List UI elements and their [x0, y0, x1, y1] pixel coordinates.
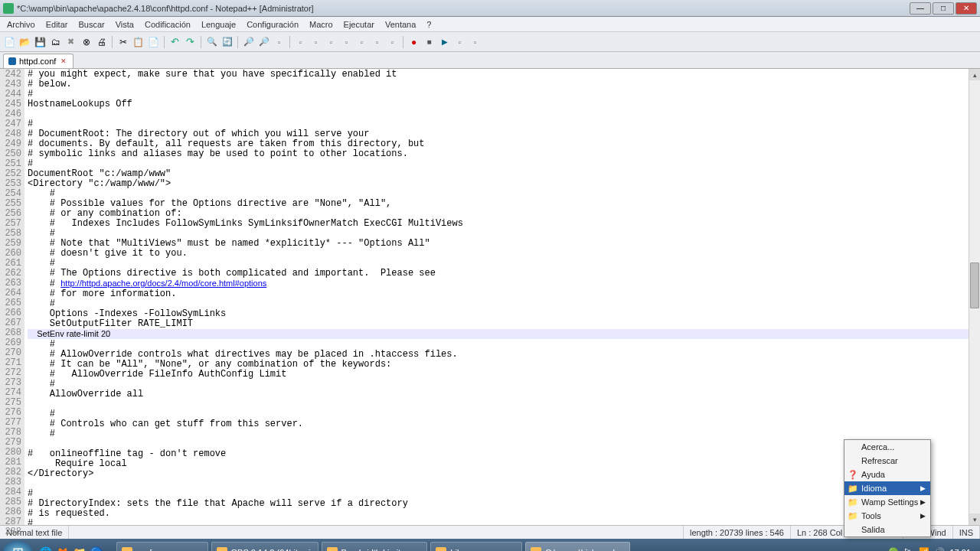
macro-save-button[interactable]	[469, 35, 482, 48]
app-icon	[3, 3, 14, 14]
new-file-button[interactable]	[3, 35, 16, 48]
menu-macro[interactable]: Macro	[304, 18, 338, 31]
copy-button[interactable]	[132, 35, 145, 48]
sync-scroll-button[interactable]	[273, 35, 286, 48]
close-file-button[interactable]	[64, 35, 77, 48]
separator	[164, 36, 165, 48]
context-item-refrescar[interactable]: Refrescar	[844, 454, 930, 468]
maximize-button[interactable]: □	[933, 2, 954, 15]
taskbar-overflow-icon[interactable]: »	[104, 549, 115, 552]
cut-button[interactable]	[116, 35, 129, 48]
minimize-button[interactable]: —	[910, 2, 931, 15]
open-file-button[interactable]	[18, 35, 31, 48]
macro-stop-button[interactable]	[423, 35, 436, 48]
taskbar-button[interactable]: Bandwidth Limiter o...	[322, 542, 428, 551]
tray-network-icon[interactable]: 📶	[919, 547, 929, 551]
menu-bar: ArchivoEditarBuscarVistaCodificaciónLeng…	[0, 17, 980, 32]
tray-wamp-icon[interactable]: 🟢	[888, 547, 899, 551]
menu-lenguaje[interactable]: Lenguaje	[196, 18, 241, 31]
macro-multi-button[interactable]	[453, 35, 466, 48]
scrollbar-thumb[interactable]	[970, 262, 979, 308]
macro-play-button[interactable]	[438, 35, 451, 48]
show-chars-button[interactable]	[309, 35, 322, 48]
close-all-button[interactable]	[80, 35, 93, 48]
context-item-idioma[interactable]: 📁Idioma▶	[844, 481, 930, 495]
toolbar	[0, 32, 980, 52]
wrap-button[interactable]	[294, 35, 307, 48]
window-title: *C:\wamp\bin\apache\apache2.4.18\conf\ht…	[17, 4, 910, 13]
redo-button[interactable]	[184, 35, 197, 48]
find-button[interactable]	[205, 35, 218, 48]
status-length: length : 20739 lines : 546	[684, 526, 791, 539]
tab-bar: httpd.conf ✕	[0, 52, 980, 69]
save-button[interactable]	[34, 35, 47, 48]
doc-map-button[interactable]	[355, 35, 368, 48]
menu-editar[interactable]: Editar	[41, 18, 74, 31]
context-item-acerca[interactable]: Acerca...	[844, 440, 930, 454]
taskbar-button[interactable]: conf	[116, 542, 208, 551]
taskbar-button[interactable]: C:\wamp\bin\apach...	[525, 542, 629, 551]
status-insert-mode: INS	[953, 526, 980, 539]
line-number-gutter: 242 243 244 245 246 247 248 249 250 251 …	[0, 69, 24, 525]
func-list-button[interactable]	[371, 35, 384, 48]
separator	[112, 36, 113, 48]
folder-button[interactable]	[386, 35, 399, 48]
menu-ejecutar[interactable]: Ejecutar	[338, 18, 380, 31]
scrollbar-track[interactable]	[969, 80, 980, 514]
menu-configuración[interactable]: Configuración	[241, 18, 304, 31]
menu-codificación[interactable]: Codificación	[139, 18, 196, 31]
menu-?[interactable]: ?	[421, 18, 436, 31]
separator	[403, 36, 403, 48]
context-item-salida[interactable]: Salida	[844, 523, 930, 536]
wamp-context-menu: Acerca...Refrescar❓Ayuda📁Idioma▶📁Wamp Se…	[844, 439, 931, 537]
code-editor[interactable]: # you might expect, make sure that you h…	[24, 69, 969, 525]
scroll-down-button[interactable]: ▾	[969, 514, 980, 525]
context-item-wampsettings[interactable]: 📁Wamp Settings▶	[844, 495, 930, 509]
menu-ventana[interactable]: Ventana	[380, 18, 421, 31]
separator	[289, 36, 290, 48]
title-bar: *C:\wamp\bin\apache\apache2.4.18\conf\ht…	[0, 0, 980, 17]
pinned-chrome-icon[interactable]: 🔵	[87, 543, 104, 551]
close-button[interactable]: ✕	[956, 2, 977, 15]
start-button[interactable]	[3, 541, 32, 551]
separator	[201, 36, 201, 48]
vertical-scrollbar[interactable]: ▴ ▾	[969, 69, 980, 525]
tab-close-icon[interactable]: ✕	[59, 57, 68, 66]
print-button[interactable]	[95, 35, 108, 48]
replace-button[interactable]	[220, 35, 234, 48]
separator	[237, 36, 238, 48]
lang-button[interactable]	[340, 35, 353, 48]
paste-button[interactable]	[147, 35, 160, 48]
context-item-tools[interactable]: 📁Tools▶	[844, 509, 930, 523]
status-spacer	[69, 526, 684, 539]
tab-httpd-conf[interactable]: httpd.conf ✕	[3, 54, 74, 68]
file-icon	[8, 57, 16, 65]
indent-guide-button[interactable]	[325, 35, 338, 48]
scroll-up-button[interactable]: ▴	[969, 69, 980, 80]
zoom-in-button[interactable]	[242, 35, 255, 48]
zoom-out-button[interactable]	[257, 35, 270, 48]
menu-buscar[interactable]: Buscar	[73, 18, 109, 31]
tray-flag-icon[interactable]: 🏳	[903, 547, 914, 551]
tray-clock[interactable]: 17:01	[949, 548, 971, 551]
menu-archivo[interactable]: Archivo	[2, 18, 41, 31]
pinned-explorer-icon[interactable]: 📁	[70, 543, 87, 551]
taskbar-button[interactable]: Library	[430, 542, 522, 551]
save-all-button[interactable]	[49, 35, 62, 48]
status-bar: Normal text file length : 20739 lines : …	[0, 525, 980, 539]
context-item-ayuda[interactable]: ❓Ayuda	[844, 468, 930, 481]
pinned-ie-icon[interactable]: 🌐	[37, 543, 54, 551]
tab-label: httpd.conf	[19, 57, 56, 66]
windows-taskbar: 🌐 🦊 📁 🔵 » confOBS 0.14.2 (64bit, wi...Ba…	[0, 539, 980, 551]
undo-button[interactable]	[168, 35, 181, 48]
pinned-firefox-icon[interactable]: 🦊	[54, 543, 70, 551]
tray-volume-icon[interactable]: 🔊	[934, 547, 945, 551]
menu-vista[interactable]: Vista	[110, 18, 139, 31]
macro-record-button[interactable]	[407, 35, 420, 48]
editor-area: 242 243 244 245 246 247 248 249 250 251 …	[0, 69, 980, 525]
system-tray: 🟢 🏳 📶 🔊 17:01	[888, 547, 977, 551]
taskbar-button[interactable]: OBS 0.14.2 (64bit, wi...	[211, 542, 318, 551]
